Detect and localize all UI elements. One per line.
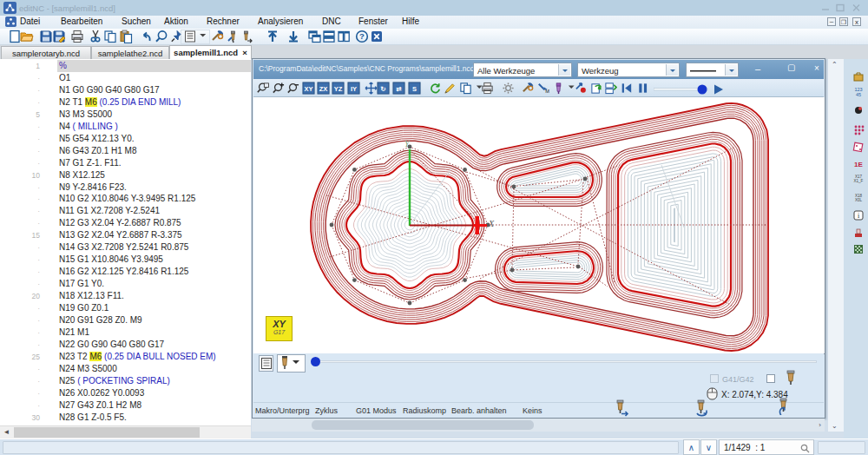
svg-text:1E: 1E — [854, 161, 863, 168]
svg-text:45: 45 — [856, 92, 861, 97]
svg-text:S: S — [412, 85, 417, 93]
svg-text:M1: M1 — [545, 89, 549, 94]
svg-text:IY: IY — [351, 85, 357, 93]
svg-text:XY: XY — [304, 85, 312, 93]
svg-text:X0L: X0L — [855, 198, 863, 202]
svg-text:⇄: ⇄ — [396, 85, 402, 93]
svg-text:YZ: YZ — [334, 85, 343, 93]
svg-text:↻: ↻ — [380, 85, 385, 93]
svg-text:?: ? — [359, 31, 365, 41]
svg-text:X1_F: X1_F — [854, 179, 864, 183]
svg-text:ZX: ZX — [319, 85, 328, 93]
svg-text:X: X — [488, 219, 495, 228]
